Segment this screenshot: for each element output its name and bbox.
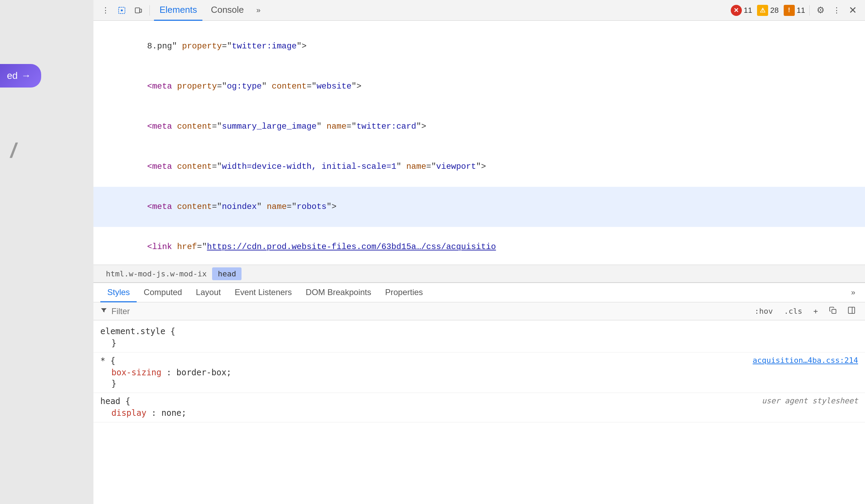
css-closing-brace-universal: } <box>100 378 858 389</box>
css-source-acquisition[interactable]: acquisition…4ba.css:214 <box>753 356 858 365</box>
settings-button[interactable]: ⚙ <box>814 2 827 18</box>
css-rules-area: element.style { } * { acquisition…4ba.cs… <box>93 320 865 504</box>
svg-rect-4 <box>832 309 836 313</box>
svg-rect-2 <box>135 8 140 13</box>
css-property-box-sizing: box-sizing : border-box; <box>100 367 858 378</box>
error-badge[interactable]: ✕ 11 <box>731 5 752 16</box>
toolbar-tabs-more[interactable]: » <box>252 3 265 18</box>
css-property-display: display : none; <box>100 407 858 419</box>
breadcrumb-html[interactable]: html.w-mod-js.w-mod-ix <box>100 267 212 280</box>
breadcrumb-head[interactable]: head <box>212 267 242 280</box>
more-options-button[interactable]: ⋮ <box>830 3 843 18</box>
css-rule-universal: * { acquisition…4ba.css:214 box-sizing :… <box>93 352 865 393</box>
hov-button[interactable]: :hov <box>752 305 776 317</box>
close-devtools-button[interactable]: ✕ <box>846 2 859 19</box>
error-count: 11 <box>744 6 752 15</box>
devtools-panel: ⋮ Elements Console » ✕ 11 <box>93 0 865 504</box>
html-line-highlighted: <meta content="noindex" name="robots"> <box>93 187 865 227</box>
add-style-button[interactable]: + <box>811 305 821 317</box>
svg-point-1 <box>121 9 123 11</box>
html-line: <meta content="summary_large_image" name… <box>93 107 865 147</box>
toolbar-more-dots[interactable]: ⋮ <box>99 3 112 18</box>
css-rule-header: head { user agent stylesheet <box>100 396 858 406</box>
css-rule-header: * { acquisition…4ba.css:214 <box>100 356 858 366</box>
tab-computed[interactable]: Computed <box>137 283 189 302</box>
error-icon: ✕ <box>731 5 742 16</box>
filter-input[interactable] <box>111 306 748 316</box>
toolbar-separator-2 <box>809 5 810 16</box>
tab-properties[interactable]: Properties <box>378 283 430 302</box>
html-line: <link href="https://cdn.prod.website-fil… <box>93 227 865 265</box>
css-rule-element-style: element.style { } <box>93 323 865 352</box>
tab-console[interactable]: Console <box>205 0 249 21</box>
svg-rect-3 <box>140 9 142 12</box>
cta-text: ed <box>7 70 18 81</box>
html-line: 8.png" property="twitter:image"> <box>93 26 865 66</box>
slash-decoration: / <box>10 138 16 162</box>
styles-tabs-more[interactable]: » <box>848 285 858 300</box>
toolbar-separator-1 <box>149 5 150 16</box>
warning-count: 28 <box>770 6 778 15</box>
css-selector-universal: * { <box>100 356 115 366</box>
info-badge[interactable]: ! 11 <box>784 5 805 16</box>
info-icon: ! <box>784 5 795 16</box>
filter-actions: :hov .cls + <box>752 305 858 317</box>
tab-dom-breakpoints[interactable]: DOM Breakpoints <box>299 283 378 302</box>
css-rule-header: element.style { <box>100 327 858 336</box>
css-source-user-agent: user agent stylesheet <box>762 396 858 405</box>
warning-icon: ⚠ <box>757 5 768 16</box>
html-line: <meta property="og:type" content="websit… <box>93 66 865 107</box>
warning-badge[interactable]: ⚠ 28 <box>757 5 778 16</box>
device-toggle-button[interactable] <box>131 3 145 17</box>
inspect-element-button[interactable] <box>115 3 129 17</box>
tab-elements[interactable]: Elements <box>154 0 202 21</box>
html-panel: 8.png" property="twitter:image"> <meta p… <box>93 21 865 265</box>
tab-layout[interactable]: Layout <box>189 283 228 302</box>
css-closing-brace: } <box>100 338 858 349</box>
badge-group: ✕ 11 ⚠ 28 ! 11 <box>731 5 805 16</box>
cls-button[interactable]: .cls <box>781 305 805 317</box>
purple-cta-button[interactable]: ed → <box>0 64 41 88</box>
info-count: 11 <box>797 6 805 15</box>
filter-bar: :hov .cls + <box>93 302 865 320</box>
tab-event-listeners[interactable]: Event Listeners <box>228 283 299 302</box>
devtools-toolbar: ⋮ Elements Console » ✕ 11 <box>93 0 865 21</box>
css-rule-head: head { user agent stylesheet display : n… <box>93 393 865 422</box>
left-sidebar: ed → / <box>0 0 93 504</box>
filter-funnel-icon <box>100 307 107 316</box>
styles-panel: Styles Computed Layout Event Listeners D… <box>93 283 865 504</box>
tab-styles[interactable]: Styles <box>100 283 137 302</box>
breadcrumb-bar: html.w-mod-js.w-mod-ix head <box>93 265 865 283</box>
copy-styles-button[interactable] <box>826 305 839 317</box>
toggle-sidebar-button[interactable] <box>845 305 858 317</box>
css-selector-element-style: element.style { <box>100 327 175 336</box>
arrow-icon: → <box>21 70 31 81</box>
html-line: <meta content="width=device-width, initi… <box>93 147 865 187</box>
styles-tabs-bar: Styles Computed Layout Event Listeners D… <box>93 283 865 302</box>
css-selector-head: head { <box>100 396 130 406</box>
svg-rect-5 <box>848 307 855 313</box>
